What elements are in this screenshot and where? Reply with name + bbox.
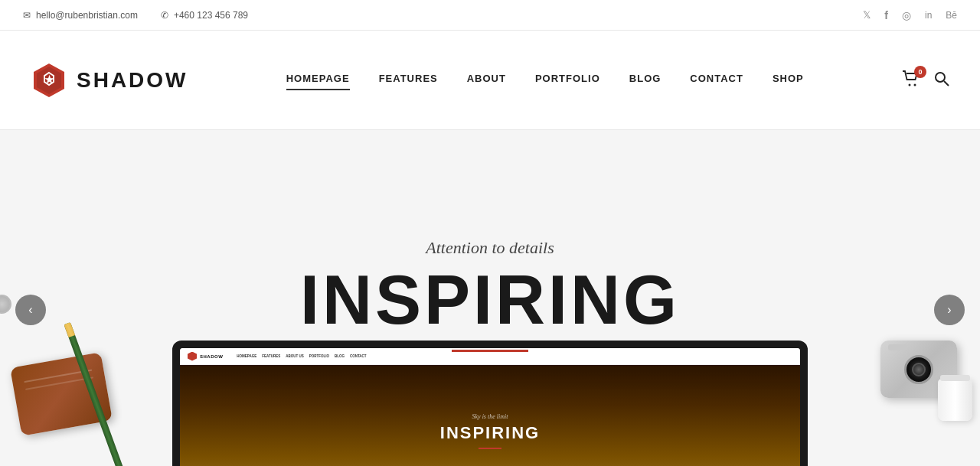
svg-line-8 (944, 81, 949, 86)
cart-badge: 0 (914, 66, 926, 78)
nav-features[interactable]: FEATURES (379, 73, 438, 87)
prev-slide-button[interactable]: ‹ (15, 295, 46, 325)
topbar-email: ✉ hello@rubenbristian.com (23, 10, 138, 21)
cup-decor (938, 379, 972, 421)
topbar-phone: ✆ +460 123 456 789 (161, 10, 248, 21)
laptop-nav-link: FEATURES (262, 354, 280, 358)
behance-icon[interactable]: Bē (946, 10, 957, 21)
hero-subtitle: Attention to details (300, 238, 680, 258)
hero-content: Attention to details INSPIRING (300, 238, 680, 383)
svg-text:★: ★ (44, 73, 54, 86)
topbar-social: 𝕏 f ◎ in Bē (863, 9, 957, 21)
svg-point-5 (908, 83, 910, 86)
hero-section: Attention to details INSPIRING SHADOW HO… (0, 130, 980, 466)
linkedin-icon[interactable]: in (925, 10, 932, 21)
facebook-icon[interactable]: f (884, 9, 888, 21)
nav-contact[interactable]: CONTACT (690, 73, 743, 87)
svg-point-6 (913, 83, 916, 86)
next-icon: › (947, 303, 951, 317)
header: ★ SHADOW HOMEPAGE FEATURES ABOUT PORTFOL… (0, 31, 980, 130)
main-nav: HOMEPAGE FEATURES ABOUT PORTFOLIO BLOG C… (286, 73, 804, 87)
camera-top-detail (888, 344, 907, 350)
next-slide-button[interactable]: › (934, 295, 965, 325)
logo-text: SHADOW (77, 68, 188, 93)
laptop-logo: SHADOW (188, 352, 223, 361)
hero-title: INSPIRING (300, 266, 680, 334)
topbar: ✉ hello@rubenbristian.com ✆ +460 123 456… (0, 0, 980, 31)
camera-lens (904, 355, 933, 384)
camera-decor (880, 341, 957, 398)
wallet-decor (10, 352, 113, 435)
nav-homepage[interactable]: HOMEPAGE (286, 73, 350, 87)
email-address: hello@rubenbristian.com (36, 10, 138, 21)
nav-shop[interactable]: SHOP (773, 73, 804, 87)
nav-blog[interactable]: BLOG (629, 73, 662, 87)
cup-top (940, 375, 970, 381)
prev-icon: ‹ (28, 303, 32, 317)
camera-inner-lens (912, 363, 926, 376)
laptop-nav-link: HOMEPAGE (237, 354, 256, 358)
dribbble-icon[interactable]: ◎ (902, 9, 911, 21)
search-button[interactable] (934, 71, 949, 90)
pencil-decor (64, 322, 125, 466)
search-icon (934, 71, 949, 86)
logo[interactable]: ★ SHADOW (31, 62, 188, 99)
logo-icon: ★ (31, 62, 67, 99)
svg-point-7 (936, 73, 945, 82)
hero-divider (452, 350, 528, 352)
laptop-logo-text: SHADOW (200, 354, 223, 359)
coin-decor (0, 295, 11, 314)
header-actions: 0 (902, 70, 949, 90)
nav-portfolio[interactable]: PORTFOLIO (535, 73, 600, 87)
phone-number: +460 123 456 789 (174, 10, 248, 21)
topbar-contact-info: ✉ hello@rubenbristian.com ✆ +460 123 456… (23, 10, 248, 21)
laptop-logo-hex (188, 352, 197, 361)
twitter-icon[interactable]: 𝕏 (863, 9, 871, 21)
phone-icon: ✆ (161, 10, 168, 21)
cart-button[interactable]: 0 (902, 70, 920, 90)
email-icon: ✉ (23, 10, 31, 21)
nav-about[interactable]: ABOUT (467, 73, 506, 87)
